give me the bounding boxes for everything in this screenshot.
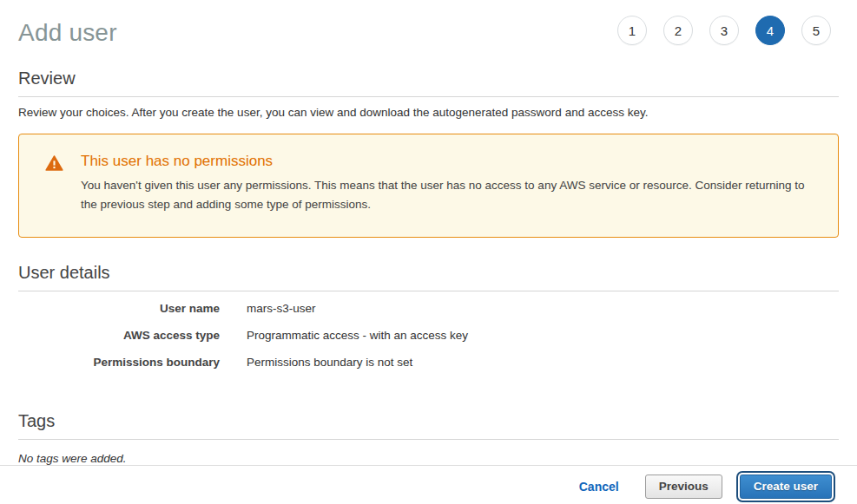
warning-body: You haven't given this user any permissi… (81, 176, 807, 214)
user-name-value: mars-s3-user (247, 302, 316, 315)
review-description: Review your choices. After you create th… (18, 106, 839, 119)
create-user-button[interactable]: Create user (740, 475, 832, 499)
page-title: Add user (18, 19, 117, 47)
user-details-heading: User details (18, 263, 839, 291)
permissions-boundary-value: Permissions boundary is not set (247, 356, 412, 369)
main-content: Review Review your choices. After you cr… (0, 69, 857, 465)
tags-empty-message: No tags were added. (18, 452, 839, 465)
step-1[interactable]: 1 (617, 16, 647, 45)
user-details-rows: User name mars-s3-user AWS access type P… (18, 302, 839, 383)
step-3[interactable]: 3 (709, 16, 739, 45)
no-permissions-warning-banner: This user has no permissions You haven't… (18, 134, 839, 238)
step-4-active[interactable]: 4 (755, 16, 785, 45)
review-section: Review Review your choices. After you cr… (18, 69, 839, 119)
warning-text-block: This user has no permissions You haven't… (81, 153, 807, 214)
table-row: Permissions boundary Permissions boundar… (18, 356, 839, 383)
access-type-label: AWS access type (18, 329, 220, 342)
table-row: AWS access type Programmatic access - wi… (18, 329, 839, 356)
tags-section: Tags No tags were added. (18, 411, 839, 465)
access-type-value: Programmatic access - with an access key (247, 329, 468, 342)
step-indicator: 1 2 3 4 5 (617, 16, 839, 45)
warning-title: This user has no permissions (81, 153, 807, 170)
tags-heading: Tags (18, 411, 839, 440)
user-details-section: User details User name mars-s3-user AWS … (18, 263, 839, 383)
table-row: User name mars-s3-user (18, 302, 839, 329)
user-name-label: User name (18, 302, 220, 315)
step-2[interactable]: 2 (663, 16, 693, 45)
previous-button[interactable]: Previous (645, 475, 722, 499)
wizard-footer: Cancel Previous Create user (0, 465, 857, 499)
warning-triangle-icon (45, 154, 63, 175)
permissions-boundary-label: Permissions boundary (18, 356, 220, 369)
step-5[interactable]: 5 (801, 16, 831, 45)
review-heading: Review (18, 69, 839, 97)
wizard-header: Add user 1 2 3 4 5 (0, 0, 857, 47)
cancel-button[interactable]: Cancel (579, 480, 619, 494)
